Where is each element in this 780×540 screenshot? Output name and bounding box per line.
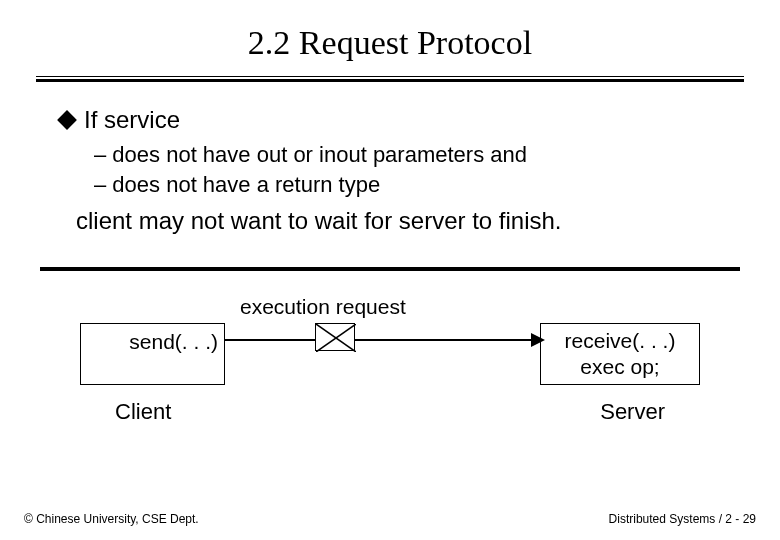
- receive-label: receive(. . .): [541, 328, 699, 353]
- diamond-bullet-icon: [57, 110, 77, 130]
- client-caption: Client: [115, 399, 171, 425]
- footer-page-number: Distributed Systems / 2 - 29: [609, 512, 756, 526]
- sub-bullet-item: does not have out or inout parameters an…: [94, 140, 720, 170]
- send-label: send(. . .): [129, 330, 218, 354]
- sub-bullet-item: does not have a return type: [94, 170, 720, 200]
- envelope-icon: [315, 323, 355, 351]
- sub-bullet-list: does not have out or inout parameters an…: [60, 140, 720, 199]
- bullet-text: If service: [84, 106, 180, 134]
- diagram: execution request send(. . .) receive(. …: [60, 295, 720, 445]
- exec-op-label: exec op;: [541, 354, 699, 379]
- client-box: send(. . .): [80, 323, 225, 385]
- execution-request-label: execution request: [240, 295, 406, 319]
- content-area: If service does not have out or inout pa…: [0, 82, 780, 235]
- server-caption: Server: [600, 399, 665, 425]
- slide-title: 2.2 Request Protocol: [0, 0, 780, 76]
- bullet-item: If service: [60, 106, 720, 134]
- followup-text: client may not want to wait for server t…: [60, 207, 720, 235]
- server-box: receive(. . .) exec op;: [540, 323, 700, 385]
- section-divider: [40, 267, 740, 271]
- arrow-line: [225, 339, 535, 341]
- footer-copyright: © Chinese University, CSE Dept.: [24, 512, 199, 526]
